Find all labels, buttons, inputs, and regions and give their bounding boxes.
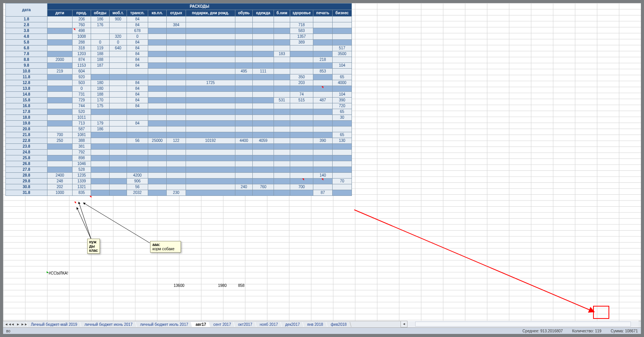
data-cell[interactable] [186, 40, 235, 45]
data-cell[interactable] [253, 80, 274, 86]
data-cell[interactable] [47, 144, 73, 150]
data-cell[interactable]: 119 [91, 45, 110, 51]
table-row[interactable]: 8.8200087418884218 [6, 57, 352, 63]
data-cell[interactable]: 180 [91, 86, 110, 92]
data-cell[interactable]: 1011 [73, 115, 91, 121]
data-cell[interactable] [235, 161, 253, 167]
tab-scroll-right-icon[interactable]: ◄ [401, 321, 407, 327]
tab-nav-first-icon[interactable]: ◄◄ [5, 322, 10, 326]
data-cell[interactable]: 0 [110, 40, 127, 45]
table-row[interactable]: 31.81000835203223087 [6, 190, 352, 196]
data-cell[interactable] [110, 144, 127, 150]
data-cell[interactable] [47, 121, 73, 126]
table-row[interactable]: 26.81046 [6, 161, 352, 167]
data-cell[interactable] [290, 173, 313, 179]
data-cell[interactable]: 84 [127, 45, 148, 51]
data-cell[interactable] [274, 190, 290, 196]
data-cell[interactable]: 25000 [148, 138, 167, 144]
data-cell[interactable]: 170 [91, 98, 110, 103]
data-cell[interactable] [186, 57, 235, 63]
data-cell[interactable] [148, 74, 167, 80]
data-cell[interactable] [148, 179, 167, 184]
data-cell[interactable] [91, 34, 110, 40]
data-cell[interactable] [91, 179, 110, 184]
data-cell[interactable]: 218 [313, 57, 333, 63]
data-cell[interactable]: 230 [167, 190, 186, 196]
data-cell[interactable] [110, 51, 127, 57]
data-cell[interactable]: 390 [313, 138, 333, 144]
data-cell[interactable] [253, 22, 274, 28]
data-cell[interactable]: 388 [73, 138, 91, 144]
data-cell[interactable] [333, 40, 352, 45]
data-cell[interactable]: 4059 [253, 138, 274, 144]
data-cell[interactable] [313, 126, 333, 132]
data-cell[interactable] [167, 161, 186, 167]
table-row[interactable]: 5.82880084389 [6, 40, 352, 45]
data-cell[interactable] [274, 63, 290, 69]
data-cell[interactable] [148, 121, 167, 126]
data-cell[interactable] [47, 103, 73, 109]
data-cell[interactable] [148, 109, 167, 115]
data-cell[interactable] [186, 92, 235, 98]
cell-value[interactable]: 1980 [218, 283, 226, 288]
data-cell[interactable] [253, 86, 274, 92]
data-cell[interactable]: 104 [333, 92, 352, 98]
data-cell[interactable]: 187 [91, 63, 110, 69]
data-cell[interactable] [290, 103, 313, 109]
data-cell[interactable] [110, 167, 127, 173]
data-cell[interactable] [333, 28, 352, 34]
data-cell[interactable] [47, 45, 73, 51]
data-cell[interactable] [186, 63, 235, 69]
data-cell[interactable] [313, 51, 333, 57]
data-cell[interactable] [148, 103, 167, 109]
data-cell[interactable] [274, 69, 290, 74]
data-cell[interactable] [47, 17, 73, 22]
data-cell[interactable]: 320 [110, 34, 127, 40]
tab-nav-prev-icon[interactable]: ◄ [10, 322, 15, 326]
data-cell[interactable] [167, 28, 186, 34]
data-cell[interactable] [110, 138, 127, 144]
data-cell[interactable] [235, 63, 253, 69]
data-cell[interactable] [333, 22, 352, 28]
data-cell[interactable]: 389 [290, 40, 313, 45]
data-cell[interactable]: 531 [274, 98, 290, 103]
data-cell[interactable] [253, 126, 274, 132]
data-cell[interactable] [47, 80, 73, 86]
data-cell[interactable]: 1725 [186, 80, 235, 86]
table-row[interactable]: 23.8381 [6, 144, 352, 150]
data-cell[interactable] [333, 184, 352, 190]
data-cell[interactable] [274, 45, 290, 51]
data-cell[interactable] [313, 115, 333, 121]
data-cell[interactable] [274, 179, 290, 184]
data-cell[interactable] [186, 190, 235, 196]
data-cell[interactable]: 920 [73, 74, 91, 80]
data-cell[interactable]: 318 [73, 45, 91, 51]
data-cell[interactable]: 65 [333, 109, 352, 115]
data-cell[interactable] [148, 45, 167, 51]
data-cell[interactable] [148, 63, 167, 69]
data-cell[interactable] [91, 138, 110, 144]
data-cell[interactable] [91, 155, 110, 161]
data-cell[interactable]: 760 [253, 184, 274, 190]
data-cell[interactable] [91, 132, 110, 138]
data-cell[interactable]: 84 [127, 86, 148, 92]
data-cell[interactable]: 179 [91, 121, 110, 126]
data-cell[interactable] [235, 51, 253, 57]
data-cell[interactable] [313, 92, 333, 98]
table-row[interactable]: 9.8115318784104 [6, 63, 352, 69]
data-cell[interactable] [47, 92, 73, 98]
data-cell[interactable] [110, 86, 127, 92]
data-cell[interactable] [333, 150, 352, 155]
data-cell[interactable]: 1000 [47, 190, 73, 196]
data-cell[interactable] [47, 126, 73, 132]
data-cell[interactable]: 202 [47, 184, 73, 190]
data-cell[interactable] [148, 190, 167, 196]
data-cell[interactable] [235, 86, 253, 92]
data-cell[interactable] [148, 17, 167, 22]
data-cell[interactable] [127, 132, 148, 138]
data-cell[interactable]: 122 [167, 138, 186, 144]
data-cell[interactable]: 583 [290, 28, 313, 34]
data-cell[interactable] [167, 150, 186, 155]
data-cell[interactable] [186, 74, 235, 80]
data-cell[interactable] [235, 80, 253, 86]
